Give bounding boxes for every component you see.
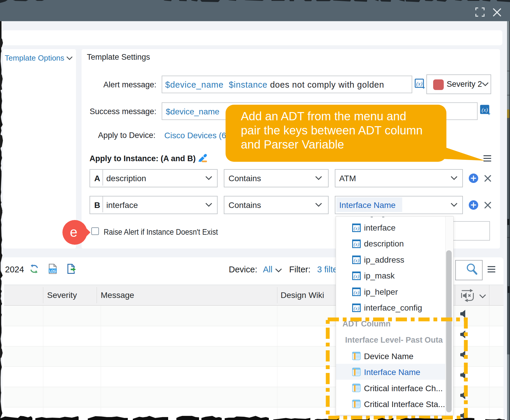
svg-text:(x): (x) bbox=[354, 258, 359, 263]
svg-text:LOG: LOG bbox=[49, 269, 56, 273]
svg-text:(x): (x) bbox=[416, 81, 422, 87]
svg-text:(x): (x) bbox=[354, 274, 359, 279]
svg-text:e: e bbox=[70, 224, 77, 240]
svg-text:(x): (x) bbox=[354, 241, 359, 247]
svg-text:(x): (x) bbox=[354, 290, 359, 295]
svg-text:(x): (x) bbox=[354, 226, 359, 231]
svg-text:+: + bbox=[422, 85, 425, 90]
